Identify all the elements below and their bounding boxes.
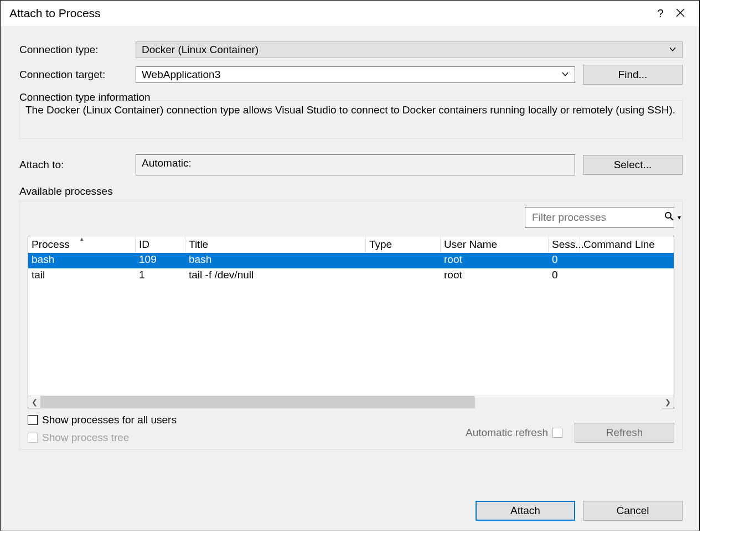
attach-button[interactable]: Attach [476, 501, 575, 521]
titlebar: Attach to Process ? [1, 1, 699, 26]
process-area: ▾ ▴Process ID Title Type User Name Sess.… [19, 201, 683, 450]
cell: bash [185, 253, 366, 268]
cell [366, 268, 441, 284]
cell: root [441, 253, 549, 268]
scroll-right-icon[interactable]: ❯ [662, 396, 674, 408]
automatic-refresh-checkbox[interactable] [552, 428, 562, 438]
chevron-down-icon[interactable] [561, 69, 569, 81]
refresh-button[interactable]: Refresh [575, 423, 674, 443]
client-area: Connection type: Docker (Linux Container… [1, 26, 699, 531]
cell: tail -f /dev/null [185, 268, 366, 284]
cell: root [441, 268, 549, 284]
col-title[interactable]: Title [185, 236, 366, 253]
connection-type-dropdown[interactable]: Docker (Linux Container) [136, 42, 683, 58]
scroll-track[interactable] [40, 396, 662, 408]
connection-info-text: The Docker (Linux Container) connection … [19, 100, 683, 139]
help-button[interactable]: ? [650, 7, 670, 20]
grid-body: bash109bashroot0tail1tail -f /dev/nullro… [28, 253, 674, 396]
checkbox-icon [28, 433, 38, 443]
available-processes-label: Available processes [19, 185, 683, 198]
cell: tail [28, 268, 136, 284]
table-row[interactable]: bash109bashroot0 [28, 253, 674, 268]
svg-point-2 [665, 212, 671, 218]
col-id[interactable]: ID [136, 236, 185, 253]
close-button[interactable] [670, 7, 690, 20]
cell: bash [28, 253, 136, 268]
grid-header: ▴Process ID Title Type User Name Sess...… [28, 236, 674, 253]
close-icon [676, 8, 685, 17]
filter-caret-icon[interactable]: ▾ [678, 214, 681, 221]
filter-processes-box[interactable]: ▾ [525, 207, 674, 228]
col-user-name[interactable]: User Name [441, 236, 549, 253]
filter-input[interactable] [531, 211, 664, 224]
attach-to-field: Automatic: [136, 154, 575, 175]
cell: 0 [549, 268, 580, 284]
table-row[interactable]: tail1tail -f /dev/nullroot0 [28, 268, 674, 284]
attach-to-value: Automatic: [142, 157, 192, 169]
connection-target-combo[interactable]: WebApplication3 [136, 66, 575, 83]
connection-target-value: WebApplication3 [142, 69, 220, 81]
sort-asc-icon: ▴ [80, 235, 84, 242]
checkbox-icon [28, 415, 38, 425]
connection-type-label: Connection type: [19, 44, 136, 56]
scroll-left-icon[interactable]: ❮ [28, 396, 40, 408]
find-button[interactable]: Find... [583, 65, 683, 85]
attach-to-process-dialog: Attach to Process ? Connection type: Doc… [0, 0, 700, 531]
dialog-title: Attach to Process [9, 7, 650, 20]
cell [366, 253, 441, 268]
cell [580, 268, 674, 284]
cell: 0 [549, 253, 580, 268]
col-process[interactable]: ▴Process [28, 236, 136, 253]
col-command-line[interactable]: Command Line [580, 236, 674, 253]
automatic-refresh-label: Automatic refresh [466, 427, 548, 439]
connection-target-label: Connection target: [19, 69, 136, 81]
cell: 109 [136, 253, 185, 268]
cancel-button[interactable]: Cancel [583, 501, 683, 521]
process-grid: ▴Process ID Title Type User Name Sess...… [28, 236, 674, 408]
select-button[interactable]: Select... [583, 155, 683, 175]
cell [580, 253, 674, 268]
search-icon[interactable] [664, 211, 674, 224]
scroll-thumb[interactable] [40, 396, 475, 408]
chevron-down-icon [669, 44, 676, 56]
connection-type-value: Docker (Linux Container) [142, 44, 259, 56]
attach-to-label: Attach to: [19, 159, 136, 171]
col-type[interactable]: Type [366, 236, 441, 253]
svg-line-3 [670, 217, 673, 220]
col-session[interactable]: Sess... [549, 236, 580, 253]
cell: 1 [136, 268, 185, 284]
horizontal-scrollbar[interactable]: ❮ ❯ [28, 396, 674, 408]
